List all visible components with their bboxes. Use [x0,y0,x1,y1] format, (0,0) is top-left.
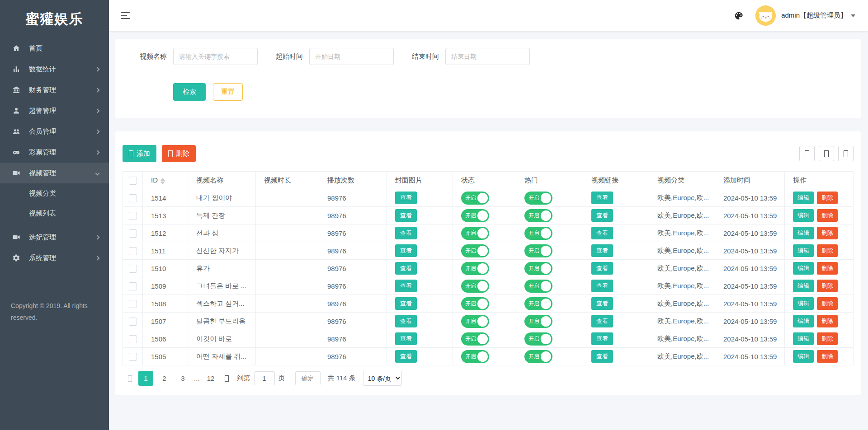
delete-button[interactable]: 删除 [162,145,196,162]
link-view-button[interactable]: 查看 [591,227,613,239]
edit-button[interactable]: 编辑 [793,262,814,275]
sidebar-item-0[interactable]: 首页 [0,38,109,59]
link-view-button[interactable]: 查看 [591,315,613,327]
edit-button[interactable]: 编辑 [793,350,814,363]
sidebar-item-8[interactable]: 系统管理 [0,248,109,268]
cover-view-button[interactable]: 查看 [395,332,417,345]
sidebar-item-7[interactable]: 选妃管理 [0,227,109,248]
link-view-button[interactable]: 查看 [591,244,613,257]
per-page-select[interactable]: 10 条/页 [363,371,402,386]
sort-icon[interactable] [160,178,165,184]
page-button-2[interactable]: 2 [157,371,172,386]
search-button[interactable]: 检索 [173,83,206,101]
start-date-input[interactable] [309,48,394,65]
link-view-button[interactable]: 查看 [591,280,613,292]
cover-view-button[interactable]: 查看 [395,280,417,292]
row-checkbox[interactable] [129,247,137,255]
table-tool-button-3[interactable] [838,146,854,161]
status-toggle[interactable]: 开启 [461,244,489,257]
sidebar-item-4[interactable]: 会员管理 [0,121,109,142]
row-checkbox[interactable] [129,194,137,202]
page-button-12[interactable]: 12 [203,371,218,386]
cover-view-button[interactable]: 查看 [395,262,417,275]
edit-button[interactable]: 编辑 [793,315,814,327]
row-delete-button[interactable]: 删除 [817,244,838,257]
sidebar-subitem-6-1[interactable]: 视频列表 [0,203,109,223]
add-button[interactable]: 添加 [123,145,156,162]
sidebar-item-2[interactable]: 财务管理 [0,79,109,100]
status-toggle[interactable]: 开启 [461,350,489,363]
status-toggle[interactable]: 开启 [461,332,489,346]
table-tool-button-2[interactable] [819,146,834,161]
theme-palette-icon[interactable] [734,10,745,22]
sidebar-toggle-icon[interactable] [121,10,131,21]
row-checkbox[interactable] [129,335,137,343]
sidebar-item-3[interactable]: 超管管理 [0,100,109,121]
row-checkbox[interactable] [129,212,137,220]
hot-toggle[interactable]: 开启 [524,209,552,222]
next-page-icon[interactable] [225,375,229,382]
edit-button[interactable]: 编辑 [793,192,814,204]
row-delete-button[interactable]: 删除 [817,315,838,327]
reset-button[interactable]: 重置 [213,83,243,101]
cover-view-button[interactable]: 查看 [395,192,417,204]
video-name-input[interactable] [173,48,258,65]
link-view-button[interactable]: 查看 [591,297,613,310]
link-view-button[interactable]: 查看 [591,262,613,275]
hot-toggle[interactable]: 开启 [524,350,552,363]
hot-toggle[interactable]: 开启 [524,192,552,205]
link-view-button[interactable]: 查看 [591,332,613,345]
status-toggle[interactable]: 开启 [461,192,489,205]
edit-button[interactable]: 编辑 [793,227,814,239]
row-delete-button[interactable]: 删除 [817,209,838,222]
end-date-input[interactable] [445,48,530,65]
edit-button[interactable]: 编辑 [793,244,814,257]
row-checkbox[interactable] [129,300,137,308]
user-dropdown[interactable]: admin【超级管理员】 [781,11,855,20]
status-toggle[interactable]: 开启 [461,262,489,275]
cover-view-button[interactable]: 查看 [395,244,417,257]
row-checkbox[interactable] [129,282,137,290]
edit-button[interactable]: 编辑 [793,332,814,345]
sidebar-item-5[interactable]: 彩票管理 [0,142,109,163]
sidebar-item-1[interactable]: 数据统计 [0,59,109,79]
row-delete-button[interactable]: 删除 [817,192,838,204]
row-delete-button[interactable]: 删除 [817,350,838,363]
hot-toggle[interactable]: 开启 [524,280,552,293]
hot-toggle[interactable]: 开启 [524,227,552,240]
row-delete-button[interactable]: 删除 [817,227,838,239]
cover-view-button[interactable]: 查看 [395,315,417,327]
cover-view-button[interactable]: 查看 [395,209,417,222]
row-checkbox[interactable] [129,265,137,273]
hot-toggle[interactable]: 开启 [524,297,552,310]
row-delete-button[interactable]: 删除 [817,297,838,310]
status-toggle[interactable]: 开启 [461,280,489,293]
hot-toggle[interactable]: 开启 [524,244,552,257]
row-checkbox[interactable] [129,353,137,361]
row-checkbox[interactable] [129,229,137,238]
edit-button[interactable]: 编辑 [793,280,814,292]
hot-toggle[interactable]: 开启 [524,262,552,275]
status-toggle[interactable]: 开启 [461,297,489,310]
edit-button[interactable]: 编辑 [793,209,814,222]
prev-page-icon[interactable] [128,375,132,382]
user-avatar[interactable] [755,5,776,26]
status-toggle[interactable]: 开启 [461,227,489,240]
status-toggle[interactable]: 开启 [461,209,489,222]
table-tool-button-1[interactable] [799,146,815,161]
hot-toggle[interactable]: 开启 [524,315,552,328]
edit-button[interactable]: 编辑 [793,297,814,310]
page-button-1[interactable]: 1 [138,371,153,386]
row-delete-button[interactable]: 删除 [817,332,838,345]
link-view-button[interactable]: 查看 [591,192,613,204]
link-view-button[interactable]: 查看 [591,209,613,222]
confirm-jump-button[interactable]: 确定 [295,371,321,385]
cover-view-button[interactable]: 查看 [395,350,417,363]
status-toggle[interactable]: 开启 [461,315,489,328]
page-button-3[interactable]: 3 [175,371,190,386]
hot-toggle[interactable]: 开启 [524,332,552,346]
row-delete-button[interactable]: 删除 [817,262,838,275]
cover-view-button[interactable]: 查看 [395,227,417,239]
link-view-button[interactable]: 查看 [591,350,613,363]
sidebar-subitem-6-0[interactable]: 视频分类 [0,183,109,203]
